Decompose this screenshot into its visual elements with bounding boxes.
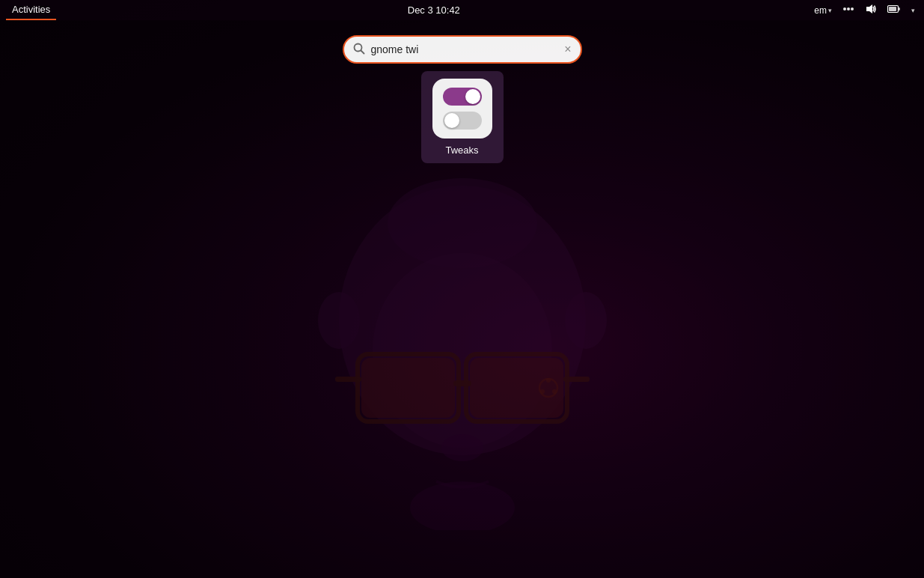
search-overlay: × Tweaks <box>0 20 924 578</box>
network-button[interactable] <box>839 4 857 16</box>
battery-button[interactable] <box>884 4 904 16</box>
toggle-on <box>443 88 482 106</box>
activities-button[interactable]: Activities <box>6 0 56 20</box>
topbar: Activities Dec 3 10:42 em ▾ <box>0 0 924 20</box>
search-clear-button[interactable]: × <box>564 43 571 55</box>
system-label: em <box>814 5 827 16</box>
system-dropdown-button[interactable]: ▾ <box>908 7 918 14</box>
topbar-center: Dec 3 10:42 <box>56 4 811 16</box>
svg-point-20 <box>851 7 854 10</box>
toggle-off <box>443 112 482 130</box>
svg-line-26 <box>361 50 364 53</box>
network-icon <box>842 4 854 16</box>
svg-marker-21 <box>866 4 872 13</box>
svg-rect-23 <box>899 7 901 10</box>
system-menu-button[interactable]: em ▾ <box>811 5 835 16</box>
topbar-right: em ▾ <box>811 4 918 16</box>
toggle-knob-on <box>465 89 480 104</box>
toggle-knob-off <box>444 113 459 128</box>
sound-button[interactable] <box>862 4 880 16</box>
app-result-tweaks[interactable]: Tweaks <box>421 71 504 163</box>
search-input[interactable] <box>371 43 559 55</box>
main-menu-arrow: ▾ <box>911 7 915 14</box>
app-result-label: Tweaks <box>445 144 478 156</box>
datetime-display: Dec 3 10:42 <box>408 4 460 16</box>
battery-icon <box>887 4 901 16</box>
system-menu-arrow: ▾ <box>828 7 832 14</box>
search-bar: × <box>343 35 582 64</box>
svg-rect-24 <box>889 7 896 11</box>
sound-icon <box>865 4 877 16</box>
search-results: Tweaks <box>421 71 504 163</box>
tweaks-app-icon <box>432 79 492 139</box>
svg-point-19 <box>847 7 850 10</box>
svg-point-18 <box>843 7 846 10</box>
search-icon <box>353 43 365 57</box>
